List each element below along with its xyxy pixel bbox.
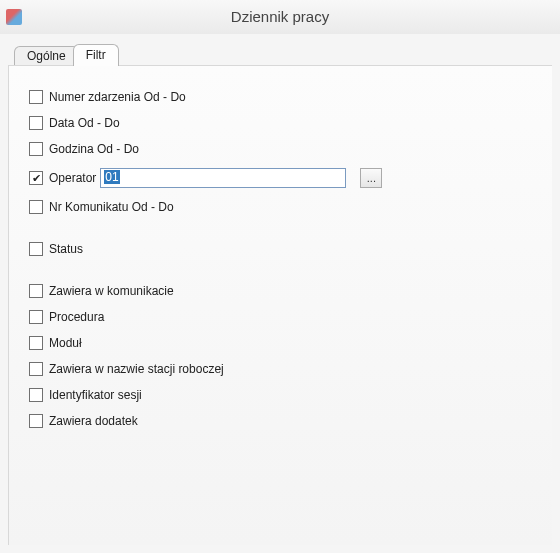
- checkbox-date[interactable]: [29, 116, 43, 130]
- row-msg-number: Nr Komunikatu Od - Do: [29, 200, 532, 214]
- tab-filter[interactable]: Filtr: [73, 44, 119, 66]
- operator-input[interactable]: 01: [100, 168, 346, 188]
- row-operator: Operator 01 ...: [29, 168, 532, 188]
- label-date: Data Od - Do: [49, 116, 120, 130]
- window-title: Dziennik pracy: [231, 8, 329, 25]
- label-module: Moduł: [49, 336, 82, 350]
- label-operator: Operator: [49, 171, 96, 185]
- checkbox-event-number[interactable]: [29, 90, 43, 104]
- row-addon: Zawiera dodatek: [29, 414, 532, 428]
- label-session-id: Identyfikator sesji: [49, 388, 142, 402]
- label-in-comm: Zawiera w komunikacie: [49, 284, 174, 298]
- checkbox-status[interactable]: [29, 242, 43, 256]
- label-msg-number: Nr Komunikatu Od - Do: [49, 200, 174, 214]
- row-event-number: Numer zdarzenia Od - Do: [29, 90, 532, 104]
- ellipsis-icon: ...: [367, 172, 376, 184]
- checkbox-time[interactable]: [29, 142, 43, 156]
- label-event-number: Numer zdarzenia Od - Do: [49, 90, 186, 104]
- content-area: Ogólne Filtr Numer zdarzenia Od - Do Dat…: [0, 34, 560, 545]
- tab-strip: Ogólne Filtr: [14, 44, 552, 65]
- operator-input-value: 01: [104, 170, 119, 184]
- checkbox-msg-number[interactable]: [29, 200, 43, 214]
- checkbox-operator[interactable]: [29, 171, 43, 185]
- label-workstation: Zawiera w nazwie stacji roboczej: [49, 362, 224, 376]
- row-date: Data Od - Do: [29, 116, 532, 130]
- checkbox-workstation[interactable]: [29, 362, 43, 376]
- row-procedure: Procedura: [29, 310, 532, 324]
- app-icon: [6, 9, 22, 25]
- label-status: Status: [49, 242, 83, 256]
- checkbox-addon[interactable]: [29, 414, 43, 428]
- checkbox-session-id[interactable]: [29, 388, 43, 402]
- titlebar: Dziennik pracy: [0, 0, 560, 34]
- label-addon: Zawiera dodatek: [49, 414, 138, 428]
- tab-general-label: Ogólne: [27, 49, 66, 63]
- label-time: Godzina Od - Do: [49, 142, 139, 156]
- operator-browse-button[interactable]: ...: [360, 168, 382, 188]
- tab-filter-label: Filtr: [86, 48, 106, 62]
- row-module: Moduł: [29, 336, 532, 350]
- label-procedure: Procedura: [49, 310, 104, 324]
- row-time: Godzina Od - Do: [29, 142, 532, 156]
- row-status: Status: [29, 242, 532, 256]
- checkbox-in-comm[interactable]: [29, 284, 43, 298]
- checkbox-module[interactable]: [29, 336, 43, 350]
- tab-panel-filter: Numer zdarzenia Od - Do Data Od - Do God…: [8, 65, 552, 545]
- tab-general[interactable]: Ogólne: [14, 46, 79, 65]
- row-in-comm: Zawiera w komunikacie: [29, 284, 532, 298]
- checkbox-procedure[interactable]: [29, 310, 43, 324]
- row-workstation: Zawiera w nazwie stacji roboczej: [29, 362, 532, 376]
- window: Dziennik pracy Ogólne Filtr Numer zdarze…: [0, 0, 560, 553]
- row-session-id: Identyfikator sesji: [29, 388, 532, 402]
